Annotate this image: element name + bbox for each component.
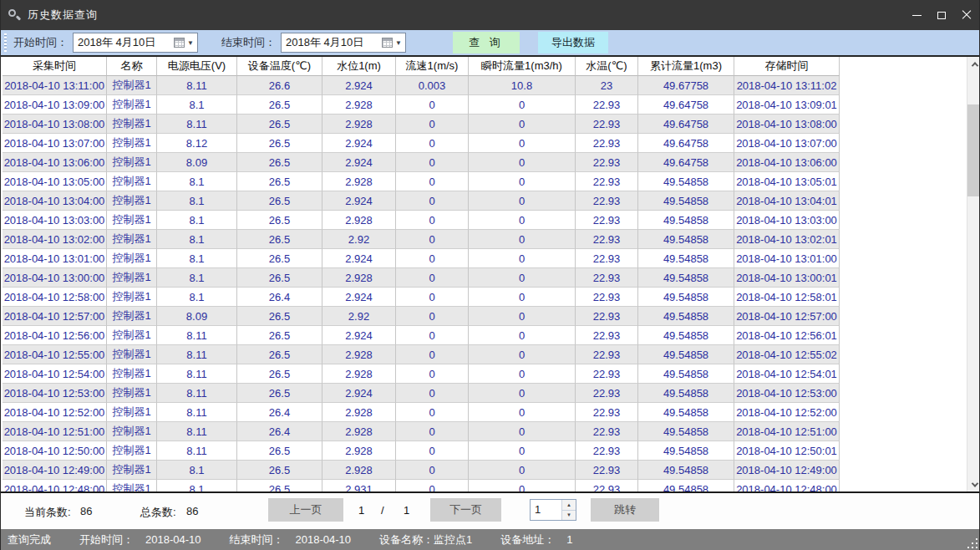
table-row[interactable]: 2018-04-10 13:07:00控制器18.1226.52.9240022…: [3, 134, 840, 153]
table-cell: 0: [469, 403, 576, 422]
table-cell: 2.928: [322, 95, 396, 115]
table-cell: 26.5: [237, 480, 322, 493]
table-cell: 8.11: [157, 441, 237, 461]
table-row[interactable]: 2018-04-10 13:08:00控制器18.1126.52.9280022…: [3, 115, 840, 134]
start-date-picker[interactable]: 2018年 4月10日 ▼: [73, 33, 198, 53]
chevron-down-icon[interactable]: ▼: [187, 39, 194, 47]
table-cell: 2018-04-10 13:05:01: [734, 172, 840, 191]
table-cell: 控制器1: [107, 230, 157, 249]
column-header[interactable]: 电源电压(V): [157, 57, 237, 76]
table-cell: 2.928: [322, 115, 396, 134]
end-date-picker[interactable]: 2018年 4月10日 ▼: [281, 33, 406, 53]
stepper-up-icon[interactable]: ▲: [562, 500, 576, 510]
table-cell: 22.93: [576, 345, 638, 364]
table-cell: 2018-04-10 12:48:00: [734, 480, 840, 493]
table-row[interactable]: 2018-04-10 13:04:00控制器18.126.52.9240022.…: [3, 191, 840, 211]
stepper-down-icon[interactable]: ▼: [562, 510, 576, 521]
query-toolbar: 开始时间： 2018年 4月10日 ▼ 结束时间： 2018年 4月10日 ▼ …: [1, 30, 979, 55]
column-header[interactable]: 采集时间: [3, 57, 107, 76]
table-row[interactable]: 2018-04-10 12:50:00控制器18.1126.52.9280022…: [3, 441, 840, 461]
table-cell: 23: [576, 76, 638, 95]
table-row[interactable]: 2018-04-10 13:06:00控制器18.0926.52.9240022…: [3, 153, 840, 172]
close-button[interactable]: [954, 0, 979, 30]
resize-grip-icon[interactable]: [967, 538, 977, 548]
table-cell: 26.5: [237, 115, 322, 134]
column-header[interactable]: 水位1(m): [322, 57, 396, 76]
table-cell: 0: [469, 384, 576, 403]
table-cell: 0.003: [396, 76, 469, 95]
table-row[interactable]: 2018-04-10 12:52:00控制器18.1126.42.9280022…: [3, 403, 840, 422]
table-row[interactable]: 2018-04-10 13:02:00控制器18.126.52.920022.9…: [3, 230, 840, 249]
table-cell: 2018-04-10 13:04:01: [734, 191, 840, 211]
table-cell: 控制器1: [107, 95, 157, 115]
table-cell: 8.11: [157, 422, 237, 441]
table-row[interactable]: 2018-04-10 12:58:00控制器18.126.42.9240022.…: [3, 288, 840, 307]
table-cell: 22.93: [576, 288, 638, 307]
table-cell: 0: [396, 364, 469, 384]
table-cell: 2018-04-10 13:01:00: [3, 249, 107, 268]
table-cell: 26.5: [237, 364, 322, 384]
table-cell: 0: [469, 461, 576, 480]
table-row[interactable]: 2018-04-10 12:53:00控制器18.1126.52.9240022…: [3, 384, 840, 403]
table-row[interactable]: 2018-04-10 13:05:00控制器18.126.52.9280022.…: [3, 172, 840, 191]
scrollbar-thumb[interactable]: [967, 104, 980, 196]
table-cell: 控制器1: [107, 326, 157, 345]
toolbar-grip[interactable]: [4, 33, 7, 52]
current-count-label: 当前条数:: [24, 505, 71, 520]
table-row[interactable]: 2018-04-10 13:01:00控制器18.126.52.9240022.…: [3, 249, 840, 268]
table-cell: 0: [469, 230, 576, 249]
column-header[interactable]: 名称: [107, 57, 157, 76]
table-cell: 8.11: [157, 345, 237, 364]
column-header[interactable]: 水温(℃): [576, 57, 638, 76]
page-number-stepper[interactable]: 1 ▲ ▼: [530, 499, 576, 521]
table-cell: 2.928: [322, 172, 396, 191]
table-cell: 8.11: [157, 115, 237, 134]
table-cell: 8.1: [157, 268, 237, 288]
table-cell: 0: [396, 268, 469, 288]
table-row[interactable]: 2018-04-10 12:55:00控制器18.1126.52.9280022…: [3, 345, 840, 364]
jump-button[interactable]: 跳转: [591, 498, 659, 522]
column-header[interactable]: 流速1(m/s): [396, 57, 469, 76]
minimize-button[interactable]: [904, 0, 929, 30]
column-header[interactable]: 设备温度(℃): [237, 57, 322, 76]
table-row[interactable]: 2018-04-10 13:03:00控制器18.126.52.9280022.…: [3, 211, 840, 230]
scroll-down-button[interactable]: [967, 477, 980, 491]
table-row[interactable]: 2018-04-10 13:09:00控制器18.126.52.9280022.…: [3, 95, 840, 115]
table-cell: 2.924: [322, 76, 396, 95]
table-cell: 0: [469, 441, 576, 461]
table-row[interactable]: 2018-04-10 12:51:00控制器18.1126.42.9280022…: [3, 422, 840, 441]
table-cell: 26.5: [237, 461, 322, 480]
table-cell: 22.93: [576, 134, 638, 153]
table-cell: 22.93: [576, 268, 638, 288]
column-header[interactable]: 存储时间: [734, 57, 840, 76]
export-data-button[interactable]: 导出数据: [538, 32, 608, 53]
table-cell: 2.928: [322, 345, 396, 364]
query-button[interactable]: 查 询: [453, 32, 520, 53]
table-row[interactable]: 2018-04-10 12:48:00控制器18.126.52.9310022.…: [3, 480, 840, 493]
table-cell: 2018-04-10 13:01:00: [734, 249, 840, 268]
maximize-button[interactable]: [929, 0, 954, 30]
table-row[interactable]: 2018-04-10 12:49:00控制器18.126.52.9280022.…: [3, 461, 840, 480]
table-cell: 26.4: [237, 403, 322, 422]
scroll-up-button[interactable]: [967, 57, 980, 71]
prev-page-button[interactable]: 上一页: [268, 498, 343, 522]
next-page-button[interactable]: 下一页: [430, 498, 501, 522]
column-header[interactable]: 瞬时流量1(m3/h): [469, 57, 576, 76]
column-header[interactable]: 累计流量1(m3): [638, 57, 734, 76]
table-row[interactable]: 2018-04-10 12:56:00控制器18.1126.52.9240022…: [3, 326, 840, 345]
table-cell: 22.93: [576, 191, 638, 211]
table-cell: 2018-04-10 13:00:00: [3, 268, 107, 288]
table-cell: 8.1: [157, 211, 237, 230]
table-cell: 0: [396, 172, 469, 191]
table-cell: 0: [396, 134, 469, 153]
table-row[interactable]: 2018-04-10 13:00:00控制器18.126.52.9280022.…: [3, 268, 840, 288]
table-row[interactable]: 2018-04-10 12:57:00控制器18.0926.52.920022.…: [3, 307, 840, 326]
table-row[interactable]: 2018-04-10 12:54:00控制器18.1126.52.9280022…: [3, 364, 840, 384]
vertical-scrollbar[interactable]: [967, 57, 980, 491]
page-number-input[interactable]: 1: [531, 500, 561, 520]
table-cell: 0: [396, 115, 469, 134]
chevron-down-icon[interactable]: ▼: [395, 39, 402, 47]
table-cell: 0: [469, 326, 576, 345]
table-cell: 22.93: [576, 153, 638, 172]
table-row[interactable]: 2018-04-10 13:11:00控制器18.1126.62.9240.00…: [3, 76, 840, 95]
